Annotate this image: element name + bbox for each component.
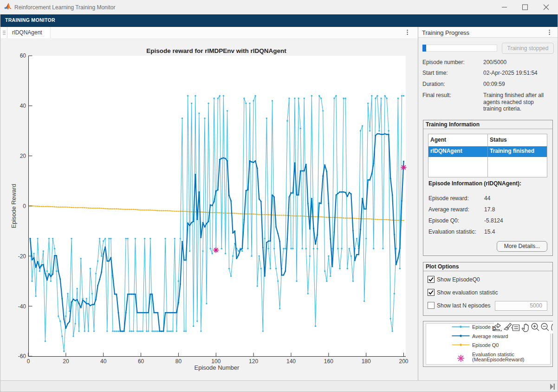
svg-text:80: 80 [175,358,182,365]
svg-text:Episode Number: Episode Number [195,364,240,371]
svg-text:140: 140 [286,358,296,365]
svg-text:Episode reward for rlMDPEnv wi: Episode reward for rlMDPEnv with rlDQNAg… [146,47,286,54]
svg-text:20: 20 [20,153,26,159]
svg-text:-20: -20 [18,253,26,260]
svg-text:160: 160 [324,358,333,365]
svg-text:60: 60 [138,358,144,365]
svg-text:0: 0 [23,203,26,209]
svg-text:20: 20 [63,358,69,365]
svg-text:120: 120 [249,358,258,365]
svg-text:200: 200 [399,358,408,365]
svg-text:0: 0 [27,358,30,365]
svg-text:-60: -60 [18,353,26,359]
svg-text:100: 100 [211,358,221,365]
svg-text:40: 40 [20,103,26,109]
svg-text:180: 180 [362,358,371,365]
svg-text:Episode Reward: Episode Reward [10,184,17,228]
svg-text:60: 60 [20,52,26,59]
svg-text:-40: -40 [18,303,26,310]
svg-text:40: 40 [100,358,107,365]
